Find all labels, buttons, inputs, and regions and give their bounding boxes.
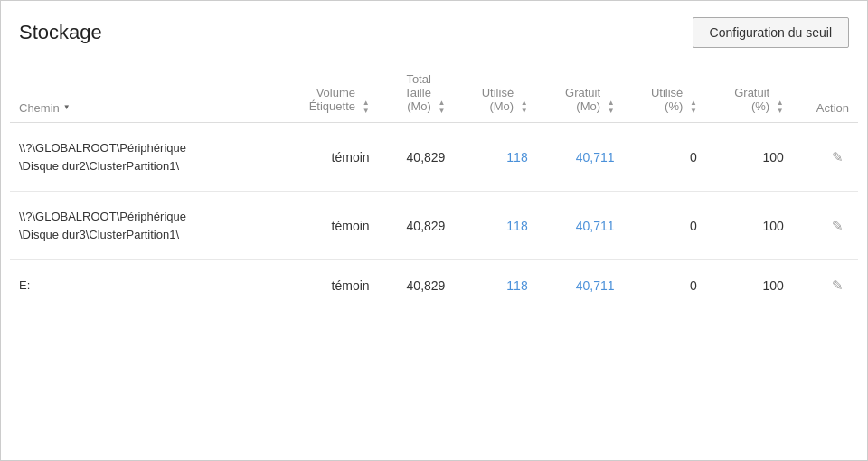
col-header-volume[interactable]: Volume Étiquette ▲▼ (278, 61, 379, 123)
cell-utilise-mo: 118 (454, 123, 536, 192)
gratuit-mo-sort-icon: ▲▼ (608, 99, 615, 116)
edit-icon[interactable]: ✎ (832, 278, 844, 293)
cell-chemin: \\?\GLOBALROOT\Périphérique \Disque dur2… (10, 123, 278, 192)
cell-utilise-pct: 0 (624, 123, 706, 192)
chemin-sort-icon: ▼ (63, 104, 71, 112)
cell-total-taille: 40,829 (379, 260, 455, 311)
cell-action: ✎ (793, 123, 858, 192)
cell-chemin: \\?\GLOBALROOT\Périphérique \Disque dur3… (10, 192, 278, 260)
col-header-chemin[interactable]: Chemin ▼ (10, 61, 278, 123)
gratuit-pct-sort-icon: ▲▼ (777, 99, 784, 116)
edit-icon[interactable]: ✎ (832, 149, 844, 165)
cell-volume: témoin (278, 260, 379, 311)
table-row: \\?\GLOBALROOT\Périphérique \Disque dur2… (10, 123, 858, 192)
cell-gratuit-pct: 100 (706, 123, 793, 192)
cell-action: ✎ (793, 192, 858, 260)
storage-page: Stockage Configuration du seuil Chemin ▼ (0, 0, 868, 461)
page-header: Stockage Configuration du seuil (1, 1, 867, 61)
cell-utilise-mo: 118 (454, 260, 536, 311)
storage-table: Chemin ▼ Volume Étiquette ▲▼ Total Taill… (10, 61, 858, 311)
cell-utilise-pct: 0 (624, 260, 706, 311)
table-body: \\?\GLOBALROOT\Périphérique \Disque dur2… (10, 123, 858, 311)
col-header-action: Action (793, 61, 858, 123)
table-header-row: Chemin ▼ Volume Étiquette ▲▼ Total Taill… (10, 61, 858, 123)
col-header-utilise-pct[interactable]: Utilisé (%) ▲▼ (624, 61, 706, 123)
cell-gratuit-mo: 40,711 (537, 123, 624, 192)
cell-total-taille: 40,829 (379, 123, 455, 192)
cell-gratuit-pct: 100 (706, 192, 793, 260)
col-header-utilise-mo[interactable]: Utilisé (Mo) ▲▼ (454, 61, 536, 123)
utilise-pct-sort-icon: ▲▼ (690, 99, 697, 116)
col-header-total[interactable]: Total Taille (Mo) ▲▼ (379, 61, 455, 123)
cell-volume: témoin (278, 123, 379, 192)
cell-total-taille: 40,829 (379, 192, 455, 260)
volume-sort-icon: ▲▼ (363, 99, 370, 116)
cell-gratuit-mo: 40,711 (537, 260, 624, 311)
utilise-mo-sort-icon: ▲▼ (521, 99, 528, 116)
col-header-gratuit-pct[interactable]: Gratuit (%) ▲▼ (706, 61, 793, 123)
table-row: E:témoin40,82911840,7110100✎ (10, 260, 858, 311)
cell-chemin: E: (10, 260, 278, 311)
table-row: \\?\GLOBALROOT\Périphérique \Disque dur3… (10, 192, 858, 260)
config-threshold-button[interactable]: Configuration du seuil (693, 17, 849, 48)
col-header-gratuit-mo[interactable]: Gratuit (Mo) ▲▼ (537, 61, 624, 123)
cell-utilise-pct: 0 (624, 192, 706, 260)
cell-utilise-mo: 118 (454, 192, 536, 260)
page-title: Stockage (19, 21, 102, 44)
total-sort-icon: ▲▼ (438, 99, 445, 116)
cell-gratuit-pct: 100 (706, 260, 793, 311)
storage-table-container: Chemin ▼ Volume Étiquette ▲▼ Total Taill… (1, 61, 867, 311)
cell-volume: témoin (278, 192, 379, 260)
cell-action: ✎ (793, 260, 858, 311)
edit-icon[interactable]: ✎ (832, 218, 844, 233)
cell-gratuit-mo: 40,711 (537, 192, 624, 260)
